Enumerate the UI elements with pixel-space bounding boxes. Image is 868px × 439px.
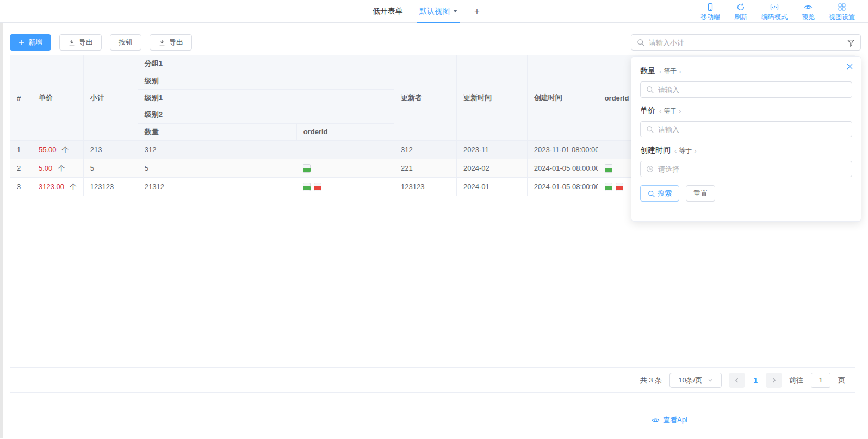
col-group: 分组1 级别 级别1 级别2 数量 orderId [138, 55, 394, 140]
cell-update-time: 2023-11 [457, 141, 528, 159]
cell-quantity: 312 [138, 141, 297, 159]
file-pdf-icon[interactable] [314, 183, 321, 191]
grid-icon [838, 3, 846, 11]
chevron-right-icon [771, 377, 777, 384]
mobile-mode-label: 移动端 [700, 12, 720, 22]
group-leaf-row: 数量 orderId [138, 124, 394, 140]
cell-updater: 221 [394, 159, 457, 177]
operator-selector[interactable]: 等于 [674, 146, 697, 155]
file-xls-icon[interactable] [605, 164, 612, 173]
filter-field-label: 数量 等于 [640, 66, 852, 76]
caret-down-icon[interactable] [452, 9, 458, 14]
filter-quantity-label: 数量 [640, 66, 655, 76]
tab-add-view[interactable]: + [474, 0, 480, 23]
cell-order-id [296, 141, 394, 159]
file-pdf-icon[interactable] [616, 183, 623, 191]
cell-quantity: 5 [138, 159, 297, 177]
col-unit-price: 单价 [32, 55, 84, 140]
pagination-bar: 共 3 条 10条/页 1 前往 页 [10, 367, 855, 393]
next-page-button[interactable] [766, 373, 782, 388]
cell-unit-price: 3123.00个 [32, 178, 84, 196]
prev-page-button[interactable] [729, 373, 745, 388]
export-button-2[interactable]: 导出 [150, 34, 192, 51]
tab-form[interactable]: 低开表单 [373, 0, 403, 23]
code-icon [770, 3, 779, 11]
cell-unit-price: 55.00个 [32, 141, 84, 159]
search-input[interactable] [649, 39, 842, 47]
add-button[interactable]: 新增 [10, 34, 51, 51]
filter-actions: 搜索 重置 [640, 185, 852, 202]
custom-button[interactable]: 按钮 [110, 34, 141, 51]
col-updater: 更新者 [394, 55, 457, 140]
close-icon[interactable] [846, 63, 853, 70]
cell-subtotal: 5 [84, 159, 138, 177]
cell-index: 2 [10, 159, 32, 177]
cell-update-time: 2024-01 [457, 178, 528, 196]
top-actions: 移动端 刷新 编码模式 预览 [700, 3, 855, 22]
filter-search-button[interactable]: 搜索 [640, 185, 679, 202]
col-create-time: 创建时间 [528, 55, 598, 140]
goto-page-input[interactable] [811, 373, 830, 388]
filter-funnel-icon[interactable] [847, 39, 855, 47]
tab-form-label: 低开表单 [373, 7, 403, 16]
add-view-label: + [474, 6, 480, 17]
view-settings-label: 视图设置 [829, 12, 855, 22]
page-size-select[interactable]: 10条/页 [669, 373, 722, 388]
cell-updater: 312 [394, 141, 457, 159]
eye-icon [652, 416, 660, 424]
col-update-time: 更新时间 [457, 55, 528, 140]
clock-icon [646, 165, 654, 173]
operator-selector[interactable]: 等于 [659, 67, 681, 76]
col-quantity: 数量 [138, 124, 297, 140]
current-page[interactable]: 1 [753, 376, 758, 385]
bottom-divider [0, 438, 868, 438]
goto-label: 前往 [789, 375, 803, 385]
view-api-link[interactable]: 查看Api [652, 415, 687, 425]
preview-label: 预览 [802, 12, 815, 22]
group-header-4: 级别2 [138, 106, 394, 123]
filter-panel: 数量 等于 单价 等于 创建时间 等于 [631, 56, 861, 222]
operator-selector[interactable]: 等于 [659, 106, 681, 116]
custom-button-label: 按钮 [119, 37, 133, 47]
cell-create-time: 2024-01-05 08:00:00 [528, 159, 598, 177]
view-settings-button[interactable]: 视图设置 [829, 3, 855, 22]
filter-price-label: 单价 [640, 106, 655, 116]
preview-button[interactable]: 预览 [802, 3, 815, 22]
filter-price-input[interactable] [658, 126, 846, 134]
filter-quantity-input-box [640, 81, 852, 98]
export-button-2-label: 导出 [169, 37, 183, 47]
code-mode-button[interactable]: 编码模式 [761, 3, 788, 22]
tab-default-view[interactable]: 默认视图 [419, 0, 458, 23]
page-size-value: 10条/页 [678, 375, 702, 385]
tab-bar: 低开表单 默认视图 + 移动端 [0, 0, 868, 23]
plus-icon [18, 39, 25, 46]
quick-search [631, 34, 861, 51]
filter-field-label: 单价 等于 [640, 106, 852, 116]
export-button-1[interactable]: 导出 [59, 34, 102, 51]
file-xls-icon[interactable] [605, 183, 612, 191]
left-scroll-strip [0, 23, 3, 438]
toolbar: 新增 导出 按钮 导出 [10, 34, 192, 51]
download-icon [68, 39, 76, 46]
cell-index: 3 [10, 178, 32, 196]
cell-order-id [296, 178, 394, 196]
file-xls-icon[interactable] [303, 164, 311, 173]
view-api-label: 查看Api [663, 415, 687, 425]
search-icon [646, 86, 654, 93]
file-xls-icon[interactable] [303, 183, 311, 191]
refresh-button[interactable]: 刷新 [734, 3, 747, 22]
page: 低开表单 默认视图 + 移动端 [0, 0, 868, 439]
filter-price-input-box [640, 121, 852, 137]
group-header-2: 级别 [138, 72, 394, 89]
filter-create-time-label: 创建时间 [640, 146, 671, 155]
group-header-3: 级别1 [138, 90, 394, 106]
mobile-mode-button[interactable]: 移动端 [700, 3, 720, 22]
chevron-down-icon [708, 378, 713, 383]
total-count: 共 3 条 [640, 375, 662, 385]
filter-reset-button[interactable]: 重置 [686, 185, 715, 202]
filter-create-time-input[interactable] [658, 165, 846, 173]
cell-updater: 123123 [394, 178, 457, 196]
filter-quantity-input[interactable] [658, 86, 846, 94]
page-unit-label: 页 [838, 375, 845, 385]
col-index: # [10, 55, 32, 140]
